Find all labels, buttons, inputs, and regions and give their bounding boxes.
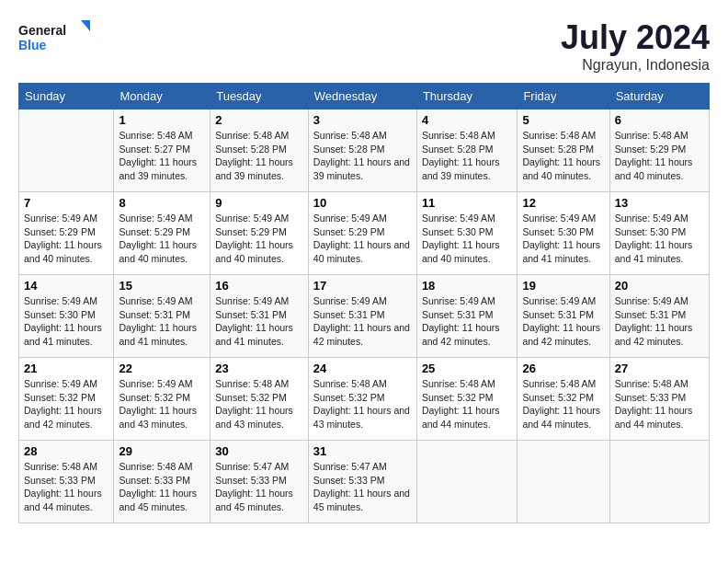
header-monday: Monday <box>114 84 210 109</box>
calendar-week-row: 21Sunrise: 5:49 AMSunset: 5:32 PMDayligh… <box>19 358 710 441</box>
day-info: Sunrise: 5:48 AMSunset: 5:32 PMDaylight:… <box>422 377 513 431</box>
day-number: 16 <box>215 279 303 293</box>
header-saturday: Saturday <box>609 84 709 109</box>
day-info: Sunrise: 5:48 AMSunset: 5:32 PMDaylight:… <box>522 377 604 431</box>
calendar-cell: 26Sunrise: 5:48 AMSunset: 5:32 PMDayligh… <box>518 358 609 441</box>
calendar-cell: 20Sunrise: 5:49 AMSunset: 5:31 PMDayligh… <box>609 275 709 358</box>
calendar-cell: 15Sunrise: 5:49 AMSunset: 5:31 PMDayligh… <box>114 275 210 358</box>
day-info: Sunrise: 5:48 AMSunset: 5:28 PMDaylight:… <box>422 129 513 183</box>
day-info: Sunrise: 5:47 AMSunset: 5:33 PMDaylight:… <box>215 460 303 514</box>
header-friday: Friday <box>518 84 609 109</box>
calendar-cell: 21Sunrise: 5:49 AMSunset: 5:32 PMDayligh… <box>19 358 114 441</box>
calendar-cell: 28Sunrise: 5:48 AMSunset: 5:33 PMDayligh… <box>19 441 114 523</box>
day-number: 4 <box>422 113 513 127</box>
day-info: Sunrise: 5:49 AMSunset: 5:29 PMDaylight:… <box>313 212 412 266</box>
day-number: 6 <box>615 113 704 127</box>
day-number: 15 <box>119 279 205 293</box>
day-number: 12 <box>522 196 604 210</box>
calendar-cell: 19Sunrise: 5:49 AMSunset: 5:31 PMDayligh… <box>518 275 609 358</box>
calendar-cell: 23Sunrise: 5:48 AMSunset: 5:32 PMDayligh… <box>210 358 309 441</box>
header-sunday: Sunday <box>19 84 114 109</box>
day-number: 13 <box>615 196 704 210</box>
day-info: Sunrise: 5:49 AMSunset: 5:31 PMDaylight:… <box>119 294 205 349</box>
day-number: 10 <box>313 196 412 210</box>
day-number: 23 <box>215 362 303 375</box>
calendar-cell: 3Sunrise: 5:48 AMSunset: 5:28 PMDaylight… <box>308 109 416 192</box>
day-number: 22 <box>119 362 205 375</box>
day-number: 27 <box>615 362 704 375</box>
day-number: 11 <box>422 196 513 210</box>
calendar-cell: 7Sunrise: 5:49 AMSunset: 5:29 PMDaylight… <box>19 192 114 275</box>
day-info: Sunrise: 5:48 AMSunset: 5:29 PMDaylight:… <box>615 129 704 183</box>
calendar-cell: 25Sunrise: 5:48 AMSunset: 5:32 PMDayligh… <box>416 358 518 441</box>
day-info: Sunrise: 5:49 AMSunset: 5:31 PMDaylight:… <box>422 294 513 349</box>
calendar-cell: 14Sunrise: 5:49 AMSunset: 5:30 PMDayligh… <box>19 275 114 358</box>
day-number: 19 <box>522 279 604 293</box>
day-info: Sunrise: 5:48 AMSunset: 5:32 PMDaylight:… <box>313 377 412 431</box>
calendar-cell: 5Sunrise: 5:48 AMSunset: 5:28 PMDaylight… <box>518 109 609 192</box>
day-info: Sunrise: 5:48 AMSunset: 5:33 PMDaylight:… <box>615 377 704 431</box>
day-info: Sunrise: 5:48 AMSunset: 5:27 PMDaylight:… <box>119 129 205 183</box>
calendar-cell: 22Sunrise: 5:49 AMSunset: 5:32 PMDayligh… <box>114 358 210 441</box>
header-wednesday: Wednesday <box>308 84 416 109</box>
calendar-cell: 24Sunrise: 5:48 AMSunset: 5:32 PMDayligh… <box>308 358 416 441</box>
calendar-cell <box>416 441 518 523</box>
calendar-cell: 11Sunrise: 5:49 AMSunset: 5:30 PMDayligh… <box>416 192 518 275</box>
day-number: 24 <box>313 362 412 375</box>
day-number: 31 <box>313 444 412 458</box>
title-block: July 2024 Ngrayun, Indonesia <box>561 18 710 74</box>
day-number: 28 <box>24 444 108 458</box>
day-info: Sunrise: 5:48 AMSunset: 5:28 PMDaylight:… <box>215 129 303 183</box>
subtitle: Ngrayun, Indonesia <box>561 57 710 74</box>
day-number: 29 <box>119 444 205 458</box>
day-info: Sunrise: 5:48 AMSunset: 5:28 PMDaylight:… <box>313 129 412 183</box>
day-info: Sunrise: 5:47 AMSunset: 5:33 PMDaylight:… <box>313 460 412 514</box>
calendar-cell <box>19 109 114 192</box>
day-info: Sunrise: 5:49 AMSunset: 5:29 PMDaylight:… <box>215 212 303 266</box>
day-info: Sunrise: 5:49 AMSunset: 5:32 PMDaylight:… <box>119 377 205 431</box>
calendar-cell: 31Sunrise: 5:47 AMSunset: 5:33 PMDayligh… <box>308 441 416 523</box>
day-info: Sunrise: 5:49 AMSunset: 5:31 PMDaylight:… <box>522 294 604 349</box>
day-info: Sunrise: 5:49 AMSunset: 5:29 PMDaylight:… <box>119 212 205 266</box>
day-number: 9 <box>215 196 303 210</box>
day-info: Sunrise: 5:49 AMSunset: 5:32 PMDaylight:… <box>24 377 108 431</box>
day-number: 1 <box>119 113 205 127</box>
day-number: 30 <box>215 444 303 458</box>
calendar-cell <box>518 441 609 523</box>
day-info: Sunrise: 5:49 AMSunset: 5:30 PMDaylight:… <box>522 212 604 266</box>
day-info: Sunrise: 5:49 AMSunset: 5:29 PMDaylight:… <box>24 212 108 266</box>
day-number: 26 <box>522 362 604 375</box>
calendar-cell: 16Sunrise: 5:49 AMSunset: 5:31 PMDayligh… <box>210 275 309 358</box>
calendar-cell: 2Sunrise: 5:48 AMSunset: 5:28 PMDaylight… <box>210 109 309 192</box>
header-thursday: Thursday <box>416 84 518 109</box>
calendar-cell: 12Sunrise: 5:49 AMSunset: 5:30 PMDayligh… <box>518 192 609 275</box>
svg-marker-2 <box>81 20 90 31</box>
calendar-week-row: 14Sunrise: 5:49 AMSunset: 5:30 PMDayligh… <box>19 275 710 358</box>
calendar-cell <box>609 441 709 523</box>
calendar-header-row: SundayMondayTuesdayWednesdayThursdayFrid… <box>19 84 710 109</box>
day-info: Sunrise: 5:48 AMSunset: 5:33 PMDaylight:… <box>24 460 108 514</box>
day-number: 5 <box>522 113 604 127</box>
day-info: Sunrise: 5:49 AMSunset: 5:31 PMDaylight:… <box>615 294 704 349</box>
day-info: Sunrise: 5:49 AMSunset: 5:31 PMDaylight:… <box>215 294 303 349</box>
day-info: Sunrise: 5:49 AMSunset: 5:31 PMDaylight:… <box>313 294 412 349</box>
day-number: 14 <box>24 279 108 293</box>
day-info: Sunrise: 5:49 AMSunset: 5:30 PMDaylight:… <box>615 212 704 266</box>
calendar-cell: 10Sunrise: 5:49 AMSunset: 5:29 PMDayligh… <box>308 192 416 275</box>
main-title: July 2024 <box>561 18 710 57</box>
calendar-week-row: 7Sunrise: 5:49 AMSunset: 5:29 PMDaylight… <box>19 192 710 275</box>
calendar-cell: 30Sunrise: 5:47 AMSunset: 5:33 PMDayligh… <box>210 441 309 523</box>
day-number: 20 <box>615 279 704 293</box>
day-number: 7 <box>24 196 108 210</box>
day-info: Sunrise: 5:48 AMSunset: 5:32 PMDaylight:… <box>215 377 303 431</box>
day-number: 2 <box>215 113 303 127</box>
day-number: 3 <box>313 113 412 127</box>
calendar-cell: 6Sunrise: 5:48 AMSunset: 5:29 PMDaylight… <box>609 109 709 192</box>
day-number: 25 <box>422 362 513 375</box>
page-header: General Blue July 2024 Ngrayun, Indonesi… <box>18 18 710 74</box>
calendar-cell: 27Sunrise: 5:48 AMSunset: 5:33 PMDayligh… <box>609 358 709 441</box>
day-info: Sunrise: 5:49 AMSunset: 5:30 PMDaylight:… <box>422 212 513 266</box>
day-info: Sunrise: 5:48 AMSunset: 5:33 PMDaylight:… <box>119 460 205 514</box>
day-number: 17 <box>313 279 412 293</box>
day-number: 8 <box>119 196 205 210</box>
